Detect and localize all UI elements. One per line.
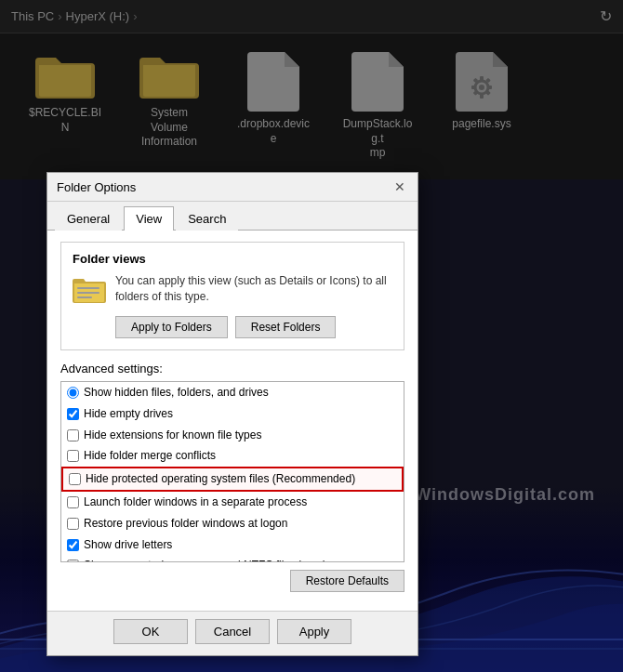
folder-options-dialog: Folder Options ✕ General View Search Fol…	[46, 172, 418, 656]
ok-button[interactable]: OK	[113, 619, 188, 644]
list-item[interactable]: Show encrypted or compressed NTFS files …	[61, 555, 404, 562]
apply-to-folders-button[interactable]: Apply to Folders	[115, 316, 228, 338]
folder-views-desc: You can apply this view (such as Details…	[115, 273, 392, 305]
list-item[interactable]: Show drive letters	[61, 534, 404, 556]
folder-views-icon	[73, 273, 106, 307]
list-item[interactable]: Hide extensions for known file types	[61, 425, 404, 446]
tab-search[interactable]: Search	[176, 206, 238, 231]
checkbox-hide-empty-drives[interactable]	[67, 408, 79, 420]
radio-show-hidden[interactable]	[67, 387, 79, 399]
list-item[interactable]: Restore previous folder windows at logon	[61, 513, 404, 534]
checkbox-show-drive-letters[interactable]	[67, 539, 79, 551]
tab-view[interactable]: View	[124, 206, 174, 231]
list-item[interactable]: Launch folder windows in a separate proc…	[61, 492, 404, 513]
setting-label: Show encrypted or compressed NTFS files …	[84, 558, 335, 562]
restore-defaults-row: Restore Defaults	[60, 570, 404, 592]
setting-label: Hide extensions for known file types	[84, 428, 261, 443]
checkbox-hide-protected[interactable]	[69, 473, 81, 485]
tab-general[interactable]: General	[55, 206, 122, 231]
setting-label: Hide protected operating system files (R…	[86, 471, 355, 487]
setting-label: Show hidden files, folders, and drives	[84, 385, 269, 401]
list-item[interactable]: Hide empty drives	[61, 403, 404, 425]
setting-label: Restore previous folder windows at logon	[84, 516, 287, 532]
svg-rect-11	[77, 292, 99, 294]
folder-views-row: You can apply this view (such as Details…	[73, 273, 392, 307]
restore-defaults-button[interactable]: Restore Defaults	[290, 570, 404, 592]
advanced-settings-list[interactable]: Show hidden files, folders, and drives H…	[60, 381, 404, 562]
list-item[interactable]: Hide folder merge conflicts	[61, 445, 404, 467]
dialog-title: Folder Options	[57, 180, 136, 194]
dialog-title-bar: Folder Options ✕	[47, 173, 418, 202]
dialog-content: Folder views You can apply this view (su…	[47, 231, 418, 611]
apply-button[interactable]: Apply	[277, 619, 351, 644]
setting-label: Hide folder merge conflicts	[84, 448, 216, 464]
advanced-settings-label: Advanced settings:	[60, 362, 404, 376]
folder-views-buttons: Apply to Folders Reset Folders	[115, 316, 392, 338]
reset-folders-button[interactable]: Reset Folders	[235, 316, 337, 338]
checkbox-restore-previous[interactable]	[67, 518, 79, 530]
close-button[interactable]: ✕	[391, 178, 408, 195]
dialog-tabs: General View Search	[47, 202, 418, 231]
folder-views-title: Folder views	[73, 252, 392, 266]
svg-rect-10	[77, 287, 99, 289]
setting-label: Hide empty drives	[84, 406, 173, 422]
svg-rect-12	[77, 296, 92, 298]
setting-label: Show drive letters	[84, 537, 172, 553]
checkbox-show-encrypted[interactable]	[67, 560, 79, 562]
dialog-bottom-buttons: OK Cancel Apply	[47, 611, 418, 655]
list-item[interactable]: Show hidden files, folders, and drives	[61, 382, 404, 403]
checkbox-hide-folder-merge[interactable]	[67, 450, 79, 462]
checkbox-hide-extensions[interactable]	[67, 429, 79, 441]
list-item-highlighted[interactable]: Hide protected operating system files (R…	[61, 467, 404, 492]
checkbox-launch-separate[interactable]	[67, 496, 79, 508]
setting-label: Launch folder windows in a separate proc…	[84, 494, 307, 510]
cancel-button[interactable]: Cancel	[195, 619, 270, 644]
folder-views-section: Folder views You can apply this view (su…	[60, 242, 404, 350]
